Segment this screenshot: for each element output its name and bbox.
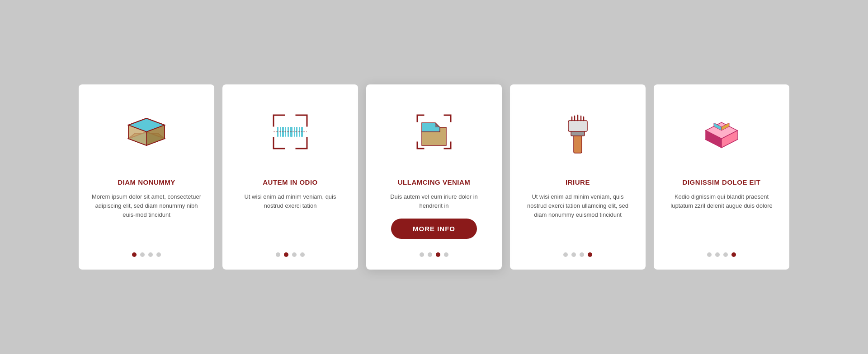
dot — [707, 252, 712, 257]
card-4-body: Ut wisi enim ad minim veniam, quis nostr… — [523, 192, 633, 242]
more-info-button[interactable]: MORE INFO — [391, 219, 477, 239]
card-4-title: IRIURE — [566, 178, 590, 186]
card-3-title: ULLAMCING VENIAM — [398, 178, 471, 186]
dot — [132, 252, 137, 257]
compact-icon-area — [666, 98, 777, 170]
dot — [563, 252, 568, 257]
card-4: IRIURE Ut wisi enim ad minim veniam, qui… — [510, 84, 646, 270]
card-3: ULLAMCING VENIAM Duis autem vel eum iriu… — [366, 84, 502, 270]
brush-icon-area — [523, 98, 633, 170]
filescan-icon-area — [379, 98, 489, 170]
card-2-dots — [276, 252, 305, 257]
dot — [300, 252, 305, 257]
card-1-title: DIAM NONUMMY — [118, 178, 175, 186]
svg-rect-22 — [568, 121, 587, 131]
card-1-body: Morem ipsum dolor sit amet, consectetuer… — [91, 192, 202, 242]
card-2-title: AUTEM IN ODIO — [263, 178, 318, 186]
card-3-body: Duis autem vel eum iriure dolor in hendr… — [379, 192, 489, 210]
svg-marker-19 — [435, 123, 440, 127]
dot — [140, 252, 145, 257]
dot — [428, 252, 432, 257]
card-2-body: Ut wisi enim ad minim veniam, quis nostr… — [235, 192, 345, 242]
card-5-title: DIGNISSIM DOLOE EIT — [683, 178, 761, 186]
dot — [444, 252, 448, 257]
dot — [588, 252, 592, 257]
dot — [571, 252, 576, 257]
dot — [420, 252, 424, 257]
dot — [731, 252, 736, 257]
svg-rect-20 — [574, 134, 582, 153]
card-5: DIGNISSIM DOLOE EIT Kodio dignissim qui … — [654, 84, 789, 270]
card-5-body: Kodio dignissim qui blandit praesent lup… — [666, 192, 777, 242]
dot — [715, 252, 720, 257]
dot — [292, 252, 297, 257]
compact-icon — [697, 107, 746, 161]
cards-container: DIAM NONUMMY Morem ipsum dolor sit amet,… — [72, 84, 796, 270]
dot — [156, 252, 161, 257]
scanner-icon — [122, 107, 171, 161]
dot — [148, 252, 153, 257]
card-3-dots — [420, 252, 448, 257]
dot — [276, 252, 280, 257]
dot — [436, 252, 440, 257]
dot — [580, 252, 584, 257]
dot — [723, 252, 728, 257]
card-1-dots — [132, 252, 161, 257]
scanner-icon-area — [91, 98, 202, 170]
card-5-dots — [707, 252, 736, 257]
card-2: AUTEM IN ODIO Ut wisi enim ad minim veni… — [222, 84, 358, 270]
brush-icon — [553, 107, 603, 161]
barcode-icon — [265, 107, 315, 161]
barcode-icon-area — [235, 98, 345, 170]
dot — [284, 252, 288, 257]
filescan-icon — [409, 107, 459, 161]
card-1: DIAM NONUMMY Morem ipsum dolor sit amet,… — [79, 84, 214, 270]
card-4-dots — [563, 252, 592, 257]
